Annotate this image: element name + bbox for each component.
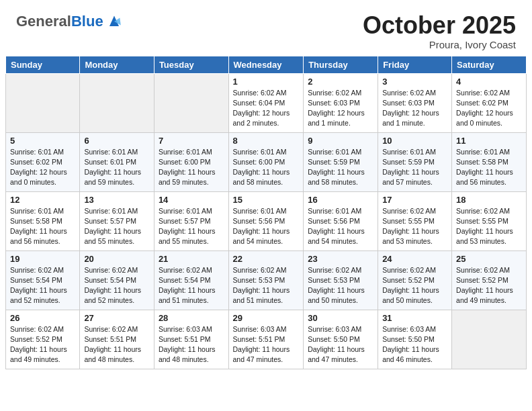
day-number: 2	[308, 77, 373, 87]
day-info: Sunrise: 6:02 AM Sunset: 6:02 PM Dayligh…	[456, 88, 522, 129]
day-info: Sunrise: 6:01 AM Sunset: 5:57 PM Dayligh…	[159, 206, 224, 247]
day-info: Sunrise: 6:02 AM Sunset: 5:55 PM Dayligh…	[382, 206, 447, 247]
day-number: 16	[308, 195, 373, 205]
day-header-sunday: Sunday	[6, 56, 80, 73]
calendar-table: SundayMondayTuesdayWednesdayThursdayFrid…	[5, 56, 527, 369]
day-info: Sunrise: 6:02 AM Sunset: 5:54 PM Dayligh…	[10, 265, 75, 306]
day-number: 31	[382, 313, 447, 323]
day-number: 15	[233, 195, 300, 205]
week-row-4: 19Sunrise: 6:02 AM Sunset: 5:54 PM Dayli…	[6, 250, 527, 310]
calendar-cell: 28Sunrise: 6:03 AM Sunset: 5:51 PM Dayli…	[154, 310, 228, 369]
day-number: 25	[456, 254, 522, 264]
calendar-cell: 20Sunrise: 6:02 AM Sunset: 5:54 PM Dayli…	[80, 250, 154, 310]
calendar-cell: 4Sunrise: 6:02 AM Sunset: 6:02 PM Daylig…	[452, 73, 527, 132]
calendar-cell: 31Sunrise: 6:03 AM Sunset: 5:50 PM Dayli…	[378, 310, 452, 369]
day-header-thursday: Thursday	[304, 56, 378, 73]
calendar-cell: 11Sunrise: 6:01 AM Sunset: 5:58 PM Dayli…	[452, 132, 527, 191]
day-info: Sunrise: 6:01 AM Sunset: 5:56 PM Dayligh…	[308, 206, 373, 247]
day-info: Sunrise: 6:03 AM Sunset: 5:51 PM Dayligh…	[159, 324, 224, 365]
day-number: 6	[84, 136, 150, 146]
calendar-cell: 14Sunrise: 6:01 AM Sunset: 5:57 PM Dayli…	[154, 191, 228, 250]
logo-blue-text: Blue	[71, 13, 103, 30]
day-number: 18	[456, 195, 522, 205]
calendar-cell: 24Sunrise: 6:02 AM Sunset: 5:52 PM Dayli…	[378, 250, 452, 310]
day-info: Sunrise: 6:03 AM Sunset: 5:50 PM Dayligh…	[308, 324, 373, 365]
day-number: 10	[382, 136, 447, 146]
calendar-cell: 26Sunrise: 6:02 AM Sunset: 5:52 PM Dayli…	[6, 310, 80, 369]
day-header-monday: Monday	[80, 56, 154, 73]
calendar-cell: 9Sunrise: 6:01 AM Sunset: 5:59 PM Daylig…	[304, 132, 378, 191]
day-number: 3	[382, 77, 447, 87]
day-number: 22	[233, 254, 300, 264]
day-number: 28	[159, 313, 224, 323]
day-number: 26	[10, 313, 75, 323]
day-info: Sunrise: 6:01 AM Sunset: 6:02 PM Dayligh…	[10, 147, 75, 188]
day-info: Sunrise: 6:02 AM Sunset: 5:52 PM Dayligh…	[10, 324, 75, 365]
calendar-cell: 12Sunrise: 6:01 AM Sunset: 5:58 PM Dayli…	[6, 191, 80, 250]
day-info: Sunrise: 6:01 AM Sunset: 5:59 PM Dayligh…	[308, 147, 373, 188]
day-info: Sunrise: 6:02 AM Sunset: 5:52 PM Dayligh…	[382, 265, 447, 306]
calendar-cell: 25Sunrise: 6:02 AM Sunset: 5:52 PM Dayli…	[452, 250, 527, 310]
calendar-cell: 10Sunrise: 6:01 AM Sunset: 5:59 PM Dayli…	[378, 132, 452, 191]
logo-icon	[105, 12, 124, 31]
day-number: 5	[10, 136, 75, 146]
calendar-cell: 7Sunrise: 6:01 AM Sunset: 6:00 PM Daylig…	[154, 132, 228, 191]
day-header-saturday: Saturday	[452, 56, 527, 73]
calendar-cell	[452, 310, 527, 369]
day-info: Sunrise: 6:03 AM Sunset: 5:51 PM Dayligh…	[233, 324, 300, 365]
day-info: Sunrise: 6:01 AM Sunset: 5:57 PM Dayligh…	[84, 206, 150, 247]
calendar-cell: 19Sunrise: 6:02 AM Sunset: 5:54 PM Dayli…	[6, 250, 80, 310]
day-number: 14	[159, 195, 224, 205]
day-info: Sunrise: 6:01 AM Sunset: 5:59 PM Dayligh…	[382, 147, 447, 188]
day-number: 24	[382, 254, 447, 264]
day-number: 9	[308, 136, 373, 146]
day-number: 30	[308, 313, 373, 323]
day-number: 13	[84, 195, 150, 205]
header: GeneralBlue October 2025 Proura, Ivory C…	[0, 0, 532, 56]
day-number: 17	[382, 195, 447, 205]
day-info: Sunrise: 6:02 AM Sunset: 5:55 PM Dayligh…	[456, 206, 522, 247]
day-number: 20	[84, 254, 150, 264]
calendar-cell: 22Sunrise: 6:02 AM Sunset: 5:53 PM Dayli…	[228, 250, 304, 310]
calendar-header-row: SundayMondayTuesdayWednesdayThursdayFrid…	[6, 56, 527, 73]
day-number: 11	[456, 136, 522, 146]
day-info: Sunrise: 6:01 AM Sunset: 6:00 PM Dayligh…	[159, 147, 224, 188]
day-number: 4	[456, 77, 522, 87]
day-number: 8	[233, 136, 300, 146]
calendar-cell: 17Sunrise: 6:02 AM Sunset: 5:55 PM Dayli…	[378, 191, 452, 250]
day-info: Sunrise: 6:02 AM Sunset: 5:53 PM Dayligh…	[233, 265, 300, 306]
day-number: 21	[159, 254, 224, 264]
calendar-cell: 8Sunrise: 6:01 AM Sunset: 6:00 PM Daylig…	[228, 132, 304, 191]
day-info: Sunrise: 6:02 AM Sunset: 6:03 PM Dayligh…	[308, 88, 373, 129]
day-header-friday: Friday	[378, 56, 452, 73]
location: Proura, Ivory Coast	[363, 39, 516, 50]
day-info: Sunrise: 6:02 AM Sunset: 5:54 PM Dayligh…	[159, 265, 224, 306]
week-row-2: 5Sunrise: 6:01 AM Sunset: 6:02 PM Daylig…	[6, 132, 527, 191]
day-number: 7	[159, 136, 224, 146]
calendar-cell	[6, 73, 80, 132]
day-number: 1	[233, 77, 300, 87]
day-info: Sunrise: 6:01 AM Sunset: 6:00 PM Dayligh…	[233, 147, 300, 188]
day-info: Sunrise: 6:02 AM Sunset: 6:04 PM Dayligh…	[233, 88, 300, 129]
title-block: October 2025 Proura, Ivory Coast	[363, 12, 516, 50]
calendar-cell: 1Sunrise: 6:02 AM Sunset: 6:04 PM Daylig…	[228, 73, 304, 132]
calendar-cell: 18Sunrise: 6:02 AM Sunset: 5:55 PM Dayli…	[452, 191, 527, 250]
calendar-cell: 15Sunrise: 6:01 AM Sunset: 5:56 PM Dayli…	[228, 191, 304, 250]
day-info: Sunrise: 6:03 AM Sunset: 5:50 PM Dayligh…	[382, 324, 447, 365]
calendar-cell: 5Sunrise: 6:01 AM Sunset: 6:02 PM Daylig…	[6, 132, 80, 191]
calendar-cell: 23Sunrise: 6:02 AM Sunset: 5:53 PM Dayli…	[304, 250, 378, 310]
week-row-3: 12Sunrise: 6:01 AM Sunset: 5:58 PM Dayli…	[6, 191, 527, 250]
calendar-cell: 27Sunrise: 6:02 AM Sunset: 5:51 PM Dayli…	[80, 310, 154, 369]
month-title: October 2025	[363, 12, 516, 39]
day-header-wednesday: Wednesday	[228, 56, 304, 73]
calendar-cell	[80, 73, 154, 132]
day-number: 12	[10, 195, 75, 205]
day-number: 23	[308, 254, 373, 264]
calendar-cell: 30Sunrise: 6:03 AM Sunset: 5:50 PM Dayli…	[304, 310, 378, 369]
calendar-cell	[154, 73, 228, 132]
day-info: Sunrise: 6:01 AM Sunset: 5:58 PM Dayligh…	[456, 147, 522, 188]
calendar-cell: 16Sunrise: 6:01 AM Sunset: 5:56 PM Dayli…	[304, 191, 378, 250]
calendar-cell: 21Sunrise: 6:02 AM Sunset: 5:54 PM Dayli…	[154, 250, 228, 310]
day-info: Sunrise: 6:02 AM Sunset: 5:54 PM Dayligh…	[84, 265, 150, 306]
day-info: Sunrise: 6:01 AM Sunset: 5:58 PM Dayligh…	[10, 206, 75, 247]
